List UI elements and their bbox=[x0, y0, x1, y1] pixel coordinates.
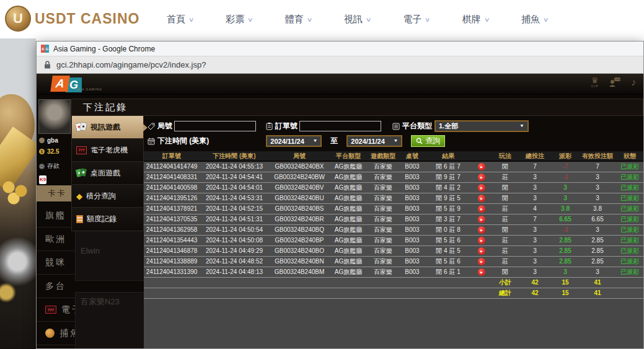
menu-item-credit-records[interactable]: 額度記錄 bbox=[72, 208, 143, 231]
menu-item-slots[interactable]: 777 電子老虎機 bbox=[72, 139, 143, 162]
play-video-button[interactable]: ▶ bbox=[478, 205, 485, 213]
cell: GB00324B240BM bbox=[269, 267, 330, 277]
chrome-title-bar[interactable]: AG Asia Gaming - Google Chrome bbox=[37, 42, 643, 56]
menu-item-table-games[interactable]: ♦♣ 桌面遊戲 bbox=[72, 162, 143, 185]
nav-item-0[interactable]: 首頁∨ bbox=[167, 14, 193, 25]
cell: 已派彩 bbox=[616, 161, 643, 172]
column-header: 訂單號 bbox=[144, 151, 200, 161]
play-video-button[interactable]: ▶ bbox=[478, 247, 485, 255]
play-video-button[interactable]: ▶ bbox=[478, 174, 485, 181]
nav-item-5[interactable]: 棋牌∨ bbox=[462, 14, 489, 25]
play-video-button[interactable]: ▶ bbox=[478, 184, 485, 192]
cell: B003 bbox=[399, 203, 425, 214]
column-header: 遊戲類型 bbox=[367, 151, 399, 161]
play-video-button[interactable]: ▶ bbox=[478, 216, 485, 223]
cell: 2024-11-24 04:51:31 bbox=[200, 214, 269, 224]
play-video-button[interactable]: ▶ bbox=[478, 195, 485, 202]
cell: 241124041346878 bbox=[144, 245, 200, 256]
column-header: 結果 bbox=[425, 151, 471, 161]
green-cards-icon: ♦♣ bbox=[76, 169, 87, 178]
cell: 閒 bbox=[492, 161, 518, 172]
nav-item-6[interactable]: 捕魚∨ bbox=[521, 14, 548, 25]
play-video-button[interactable]: ▶ bbox=[478, 268, 485, 276]
user-avatar[interactable] bbox=[38, 99, 71, 134]
filter-row-1: 局號 訂單號 平台類型 bbox=[148, 120, 643, 132]
table-row: 2411240413468782024-11-24 04:49:29GB0032… bbox=[144, 245, 643, 256]
chevron-down-icon: ∨ bbox=[188, 16, 195, 23]
cell: 已派彩 bbox=[616, 245, 643, 256]
round-label: 局號 bbox=[148, 121, 172, 131]
order-input[interactable] bbox=[299, 121, 381, 131]
cell: 閒 9 莊 7 bbox=[425, 172, 471, 182]
play-video-button[interactable]: ▶ bbox=[478, 237, 485, 244]
play-video-button[interactable]: ▶ bbox=[478, 258, 485, 265]
vip-button[interactable]: ♛ VIP bbox=[591, 76, 599, 88]
play-cell: ▶ bbox=[471, 203, 492, 214]
cell: 3 bbox=[579, 182, 616, 193]
site-logo[interactable]: U USDT CASINO bbox=[5, 6, 139, 32]
cell: 3 bbox=[518, 172, 552, 182]
platform-type-select[interactable]: 1.全部 ▼ bbox=[434, 120, 529, 132]
menu-item-points[interactable]: ◆ 積分查詢 bbox=[72, 185, 143, 208]
cell: 2.85 bbox=[579, 235, 616, 245]
cell: GB00324B240BO bbox=[269, 245, 330, 256]
cell: -7 bbox=[552, 161, 579, 172]
gold-coins-art bbox=[1, 181, 35, 206]
date-to-select[interactable]: 2024/11/24 ▼ bbox=[346, 135, 402, 147]
play-cell: ▶ bbox=[471, 235, 492, 245]
play-video-button[interactable]: ▶ bbox=[478, 163, 485, 170]
cell: B003 bbox=[399, 161, 425, 172]
deposit-row[interactable]: D 存款 bbox=[39, 162, 60, 170]
cell: 閒 4 莊 2 bbox=[425, 182, 471, 193]
play-cell: ▶ bbox=[471, 193, 492, 203]
column-header: 派彩 bbox=[552, 151, 579, 161]
cell: 241124041331390 bbox=[144, 267, 200, 277]
play-video-button[interactable]: ▶ bbox=[478, 226, 485, 234]
cell: 2024-11-24 04:48:52 bbox=[200, 256, 269, 267]
nav-item-4[interactable]: 電子∨ bbox=[403, 14, 430, 25]
cell: AG旗艦廳 bbox=[330, 245, 367, 256]
nav-item-1[interactable]: 彩票∨ bbox=[226, 14, 252, 25]
cell: GB00324B240BU bbox=[269, 193, 330, 203]
cell: 3 bbox=[518, 235, 552, 245]
balance-row: $ 32.5 bbox=[39, 148, 59, 155]
play-cell: ▶ bbox=[471, 182, 492, 193]
lock-icon bbox=[44, 61, 51, 69]
cell: 已派彩 bbox=[616, 235, 643, 245]
cell: 閒 5 莊 6 bbox=[425, 256, 471, 267]
cell: 2024-11-24 04:53:31 bbox=[200, 193, 269, 203]
chevron-down-icon: ∨ bbox=[247, 16, 254, 23]
column-header: 平台類型 bbox=[330, 151, 367, 161]
cell: 2024-11-24 04:54:01 bbox=[200, 182, 269, 193]
column-header: 狀態 bbox=[616, 151, 643, 161]
cards-row: K9 bbox=[39, 175, 46, 184]
cell: AG旗艦廳 bbox=[330, 161, 367, 172]
cell: B003 bbox=[399, 182, 425, 193]
cell: 百家樂 bbox=[367, 214, 399, 224]
search-button[interactable]: 查詢 bbox=[411, 135, 445, 147]
play-cell: ▶ bbox=[471, 245, 492, 256]
summary-label: 總計 bbox=[492, 288, 518, 298]
slot-machine-icon: 777 bbox=[76, 146, 87, 154]
table-row: 2411240414083312024-11-24 04:54:41GB0032… bbox=[144, 172, 643, 182]
cell: 莊 bbox=[492, 214, 518, 224]
menu-item-live-games[interactable]: ♥♠ 視訊遊戲 bbox=[72, 116, 143, 139]
cell: 6.65 bbox=[579, 214, 616, 224]
cell: -3 bbox=[552, 224, 579, 235]
summary-value: 42 bbox=[518, 277, 552, 288]
cell: 閒 bbox=[492, 267, 518, 277]
bet-time-label: 下注時間 (美東) bbox=[148, 136, 209, 146]
cell: 3 bbox=[518, 193, 552, 203]
order-label: 訂單號 bbox=[266, 121, 298, 131]
date-from-select[interactable]: 2024/11/24 ▼ bbox=[266, 135, 322, 147]
round-input[interactable] bbox=[174, 121, 256, 131]
music-note-icon[interactable]: ♪ bbox=[631, 77, 636, 88]
cell: AG旗艦廳 bbox=[330, 172, 367, 182]
column-header bbox=[471, 151, 492, 161]
customer-service-icon[interactable] bbox=[609, 77, 621, 87]
nav-item-3[interactable]: 視訊∨ bbox=[344, 14, 371, 25]
fish-icon bbox=[45, 329, 55, 338]
chrome-url-bar[interactable]: gci.2hhapi.com/agingame/pcv2/index.jsp? bbox=[37, 56, 643, 74]
cell: AG旗艦廳 bbox=[330, 224, 367, 235]
nav-item-2[interactable]: 體育∨ bbox=[285, 14, 312, 25]
